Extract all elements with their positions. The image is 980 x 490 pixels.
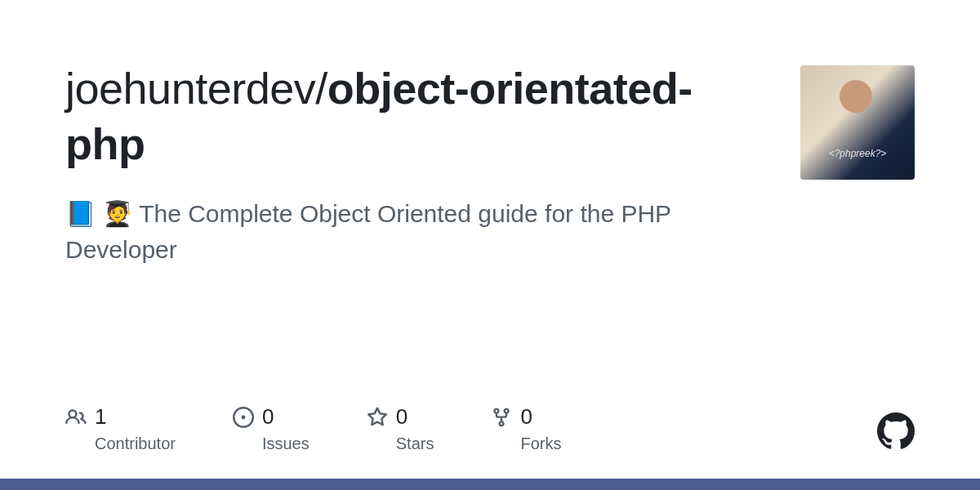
repo-title: joehunterdev/object-orientated-php: [65, 61, 735, 172]
stat-label: Contributor: [95, 434, 176, 453]
stat-stars: 0 Stars: [367, 404, 434, 453]
title-block: joehunterdev/object-orientated-php 📘 🧑‍🎓…: [65, 61, 735, 267]
star-icon: [367, 407, 388, 428]
stat-count: 0: [396, 404, 408, 430]
repo-description: 📘 🧑‍🎓 The Complete Object Oriented guide…: [65, 196, 686, 267]
github-logo-icon: [877, 412, 915, 453]
social-preview-card: joehunterdev/object-orientated-php 📘 🧑‍🎓…: [0, 0, 980, 490]
fork-icon: [491, 407, 512, 428]
stat-contributors: 1 Contributor: [65, 404, 176, 453]
repo-separator: /: [315, 64, 327, 113]
people-icon: [65, 407, 87, 428]
issue-icon: [233, 407, 254, 428]
stat-label: Issues: [262, 434, 310, 453]
stat-issues: 0 Issues: [233, 404, 310, 453]
stat-count: 1: [95, 404, 106, 430]
stats-row: 1 Contributor 0 Issues 0 Stars: [65, 404, 561, 453]
avatar: [800, 65, 915, 180]
stat-forks: 0 Forks: [491, 404, 561, 453]
stat-label: Stars: [396, 434, 434, 453]
language-color-bar: [0, 479, 980, 490]
stat-count: 0: [520, 404, 532, 430]
stat-label: Forks: [520, 434, 561, 453]
stat-count: 0: [262, 404, 274, 430]
header-row: joehunterdev/object-orientated-php 📘 🧑‍🎓…: [65, 61, 915, 267]
repo-owner: joehunterdev: [65, 64, 315, 113]
